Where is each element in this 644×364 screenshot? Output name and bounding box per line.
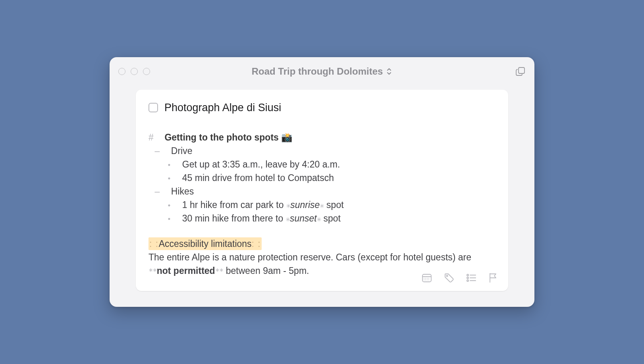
flag-button[interactable]: [488, 273, 498, 283]
list-text-em: sunset: [290, 213, 317, 223]
markdown-dash-marker: –: [160, 144, 166, 158]
task-checkbox[interactable]: [148, 103, 158, 112]
note-body-strong: not permitted: [157, 266, 215, 276]
list-item: • 45 min drive from hotel to Compatsch: [173, 171, 496, 185]
note-heading: # Getting to the photo spots 📸: [148, 131, 496, 144]
list-label: Drive: [171, 146, 193, 156]
markdown-strong-marker: **: [215, 267, 224, 275]
markdown-bullet-marker: •: [173, 160, 177, 170]
svg-point-16: [467, 280, 469, 281]
calendar-button[interactable]: [422, 273, 432, 283]
list-text: Get up at 3:35 a.m., leave by 4:20 a.m.: [182, 159, 340, 169]
markdown-bullet-marker: •: [173, 214, 177, 224]
highlight-text: Accessibility limitations: [159, 239, 252, 249]
camera-icon: 📸: [281, 132, 293, 143]
task-action-bar: [422, 273, 498, 283]
fullscreen-window-button[interactable]: [143, 68, 150, 75]
markdown-strong-marker: **: [148, 267, 157, 275]
tag-button[interactable]: [444, 273, 454, 283]
markdown-emph-marker: ✳: [286, 201, 290, 210]
task-notes[interactable]: # Getting to the photo spots 📸 – Drive •…: [148, 131, 496, 277]
new-window-button[interactable]: [515, 66, 526, 77]
list-item: – Drive: [160, 144, 496, 158]
minimize-window-button[interactable]: [131, 68, 138, 75]
window-title: Road Trip through Dolomites: [252, 66, 383, 77]
list-text-pre: 30 min hike from there to: [182, 213, 286, 223]
markdown-heading-marker: #: [148, 131, 162, 144]
updown-chevron-icon: [386, 67, 392, 76]
note-heading-text: Getting to the photo spots: [164, 132, 278, 143]
markdown-highlight-marker: : :: [149, 239, 159, 249]
task-title[interactable]: Photograph Alpe di Siusi: [164, 102, 281, 114]
checklist-icon: [466, 273, 476, 282]
list-text-pre: 1 hr hike from car park to: [182, 200, 286, 210]
list-text-em: sunrise: [290, 200, 320, 210]
list-item: – Hikes: [160, 185, 496, 198]
list-text-post: spot: [321, 213, 341, 223]
titlebar: Road Trip through Dolomites: [110, 57, 534, 86]
list-label: Hikes: [171, 186, 194, 196]
task-card: Photograph Alpe di Siusi # Getting to th…: [136, 90, 508, 291]
flag-icon: [488, 273, 498, 283]
svg-point-14: [467, 277, 469, 279]
markdown-emph-marker: ✳: [320, 201, 324, 210]
markdown-bullet-marker: •: [173, 200, 177, 211]
note-body-pre: The entire Alpe is a nature protection r…: [148, 252, 471, 262]
markdown-emph-marker: ✳: [286, 214, 290, 223]
markdown-bullet-marker: •: [173, 173, 177, 184]
highlight-row: : :Accessibility limitations: :: [148, 237, 496, 250]
list-text: 45 min drive from hotel to Compatsch: [182, 173, 334, 183]
svg-rect-0: [519, 67, 524, 73]
checklist-button[interactable]: [466, 273, 476, 283]
markdown-dash-marker: –: [160, 185, 166, 198]
svg-point-12: [467, 274, 469, 276]
calendar-icon: [422, 273, 432, 283]
window-controls: [118, 68, 150, 75]
markdown-emph-marker: ✳: [317, 214, 321, 223]
tag-icon: [444, 273, 454, 283]
svg-point-11: [446, 275, 447, 277]
close-window-button[interactable]: [118, 68, 125, 75]
list-item: • 1 hr hike from car park to ✳sunrise✳ s…: [173, 198, 496, 212]
note-body-post: between 9am - 5pm.: [223, 266, 309, 276]
window-title-wrap[interactable]: Road Trip through Dolomites: [110, 66, 534, 77]
list-item: • 30 min hike from there to ✳sunset✳ spo…: [173, 212, 496, 225]
list-item: • Get up at 3:35 a.m., leave by 4:20 a.m…: [173, 158, 496, 171]
markdown-highlight-marker: : :: [252, 239, 261, 249]
app-window: Road Trip through Dolomites: [110, 57, 534, 307]
list-text-post: spot: [324, 200, 344, 210]
task-header: Photograph Alpe di Siusi: [148, 102, 496, 114]
